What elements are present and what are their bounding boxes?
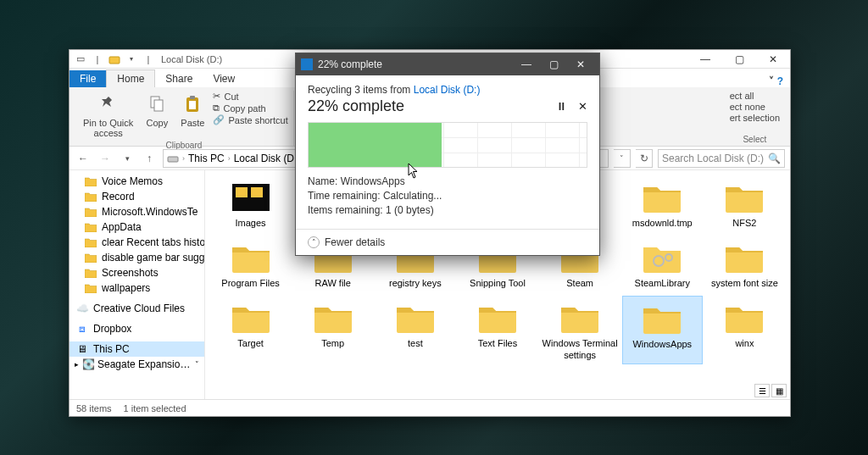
window-maximize-button[interactable]: ▢ [722, 50, 756, 69]
view-details-button[interactable]: ☰ [754, 384, 770, 397]
copy-icon [145, 92, 169, 116]
nav-item-7[interactable]: wallpapers [70, 280, 204, 296]
folder-icon [640, 239, 684, 275]
file-item[interactable]: WindowsApps [622, 296, 703, 363]
refresh-button[interactable]: ↻ [636, 149, 653, 168]
nav-item-2[interactable]: Microsoft.WindowsTe [70, 204, 204, 219]
nav-dropbox[interactable]: ⧈ Dropbox [70, 321, 204, 336]
nav-item-4[interactable]: clear Recent tabs history [70, 235, 204, 250]
dialog-source-link[interactable]: Local Disk (D:) [414, 84, 481, 96]
qat-dropdown-icon[interactable]: ▾ [125, 53, 137, 65]
ribbon-collapse-icon[interactable]: ˅ [769, 75, 774, 87]
qat-separator-2: | [142, 53, 154, 65]
svg-rect-2 [154, 100, 163, 111]
nav-seagate-drive[interactable]: ▸ 💽 Seagate Expansion Drive ( ˅ [70, 357, 204, 372]
dialog-cancel-button[interactable]: ✕ [578, 100, 587, 113]
nav-item-1[interactable]: Record [70, 189, 204, 204]
copy-path-icon: ⧉ [213, 103, 220, 114]
tab-home[interactable]: Home [106, 69, 155, 87]
dialog-minimize-button[interactable]: — [513, 53, 540, 75]
file-label: Text Files [478, 338, 517, 349]
file-item[interactable]: system font size [704, 236, 785, 292]
copy-path-button[interactable]: ⧉Copy path [213, 103, 287, 114]
nav-item-0[interactable]: Voice Memos [70, 174, 204, 189]
folder-icon [558, 299, 602, 335]
select-none-button[interactable]: ect none [730, 102, 780, 112]
file-item[interactable]: Windows Terminal settings [540, 296, 620, 363]
help-icon[interactable]: ? [777, 75, 783, 87]
search-icon: 🔍 [768, 153, 781, 164]
paste-button[interactable]: Paste [177, 91, 208, 130]
nav-item-3[interactable]: AppData [70, 219, 204, 235]
nav-recent-dropdown[interactable]: ▾ [119, 150, 136, 167]
folder-icon [85, 191, 97, 203]
file-label: NFS2 [732, 218, 756, 229]
dialog-pause-button[interactable]: ll [559, 100, 565, 113]
nav-item-5[interactable]: disable game bar sugge [70, 250, 204, 265]
invert-selection-button[interactable]: ert selection [730, 113, 780, 123]
nav-forward-button[interactable]: → [97, 150, 114, 167]
search-input[interactable]: Search Local Disk (D:) 🔍 [658, 149, 785, 168]
nav-this-pc[interactable]: 🖥 This PC [70, 341, 204, 357]
file-item[interactable]: SteamLibrary [622, 236, 703, 292]
folder-icon [640, 300, 684, 336]
drive-icon-nav: 💽 [82, 358, 94, 370]
window-close-button[interactable]: ✕ [756, 50, 790, 69]
breadcrumb-dropdown[interactable]: ˅ [614, 149, 631, 168]
qat-icon-1[interactable]: ▭ [75, 53, 86, 65]
svg-rect-9 [251, 187, 263, 197]
dialog-details: Name: WindowsApps Time remaining: Calcul… [308, 175, 587, 217]
folder-icon [85, 175, 97, 187]
file-label: Images [236, 218, 266, 229]
dialog-operation-text: Recycling 3 items from Local Disk (D:) [308, 84, 587, 96]
file-item[interactable]: Program Files [210, 236, 291, 292]
cut-icon: ✂ [213, 91, 220, 102]
file-item[interactable]: Target [210, 296, 291, 363]
view-icons-button[interactable]: ▦ [771, 384, 787, 397]
chevron-up-icon[interactable]: ˄ [308, 236, 320, 248]
tab-file[interactable]: File [70, 70, 106, 87]
nav-creative-cloud[interactable]: ☁️ Creative Cloud Files [70, 301, 204, 316]
status-bar: 58 items 1 item selected [70, 399, 790, 416]
file-item[interactable]: winx [704, 296, 785, 363]
file-item[interactable]: test [375, 296, 455, 363]
paste-shortcut-button[interactable]: 🔗Paste shortcut [213, 114, 287, 125]
dialog-footer: ˄ Fewer details [296, 229, 599, 255]
window-minimize-button[interactable]: — [688, 50, 722, 69]
file-item[interactable]: Temp [292, 296, 373, 363]
cut-button[interactable]: ✂Cut [213, 91, 287, 102]
dialog-title: 22% complete [318, 58, 382, 70]
copy-button[interactable]: Copy [142, 91, 172, 130]
dialog-percent-text: 22% complete [308, 97, 404, 115]
dialog-titlebar[interactable]: 22% complete — ▢ ✕ [296, 53, 599, 75]
file-item[interactable]: msdownld.tmp [622, 175, 703, 232]
pin-to-quick-access-button[interactable]: Pin to Quick access [80, 91, 136, 140]
status-selection: 1 item selected [124, 403, 186, 413]
file-item[interactable]: NFS2 [704, 175, 785, 232]
dialog-close-button[interactable]: ✕ [567, 53, 594, 75]
fewer-details-button[interactable]: Fewer details [325, 236, 385, 248]
breadcrumb-this-pc[interactable]: This PC› [188, 153, 231, 164]
file-label: test [408, 338, 423, 349]
status-item-count: 58 items [76, 403, 112, 413]
dialog-maximize-button[interactable]: ▢ [540, 53, 567, 75]
progress-fill [309, 123, 442, 167]
breadcrumb-drive[interactable]: Local Disk (D:) [234, 153, 301, 164]
svg-rect-8 [236, 187, 248, 197]
select-all-button[interactable]: ect all [730, 91, 780, 101]
file-label: Target [237, 338, 264, 349]
nav-item-6[interactable]: Screenshots [70, 265, 204, 280]
nav-up-button[interactable]: ↑ [141, 150, 158, 167]
folder-icon [85, 267, 97, 279]
folder-icon [393, 299, 437, 335]
ribbon-group-clipboard: Pin to Quick access Copy Paste ✂Cut [75, 91, 294, 146]
tab-view[interactable]: View [203, 70, 245, 87]
navigation-pane: Voice MemosRecordMicrosoft.WindowsTeAppD… [70, 170, 205, 399]
tab-share[interactable]: Share [155, 70, 203, 87]
search-placeholder: Search Local Disk (D:) [662, 153, 764, 164]
file-item[interactable]: Text Files [457, 296, 537, 363]
folder-icon [640, 179, 684, 214]
nav-back-button[interactable]: ← [75, 150, 92, 167]
file-label: msdownld.tmp [632, 218, 693, 229]
file-item[interactable]: Images [210, 175, 291, 232]
